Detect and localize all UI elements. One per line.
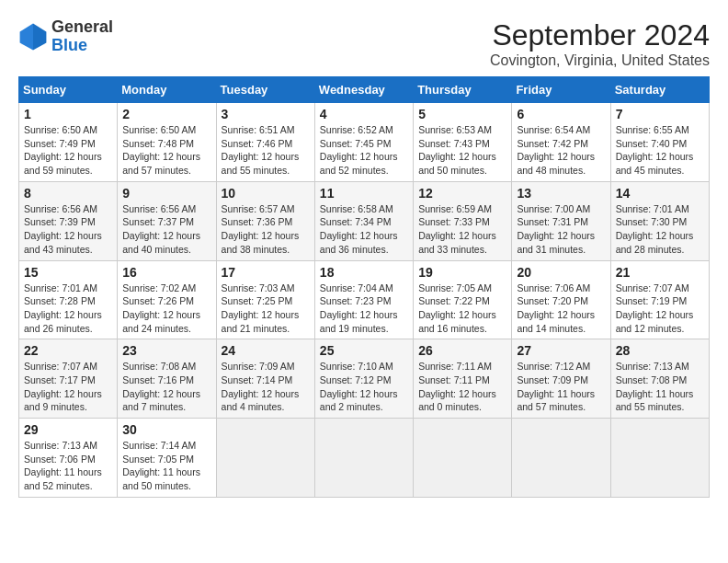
day-content: Sunrise: 6:57 AM Sunset: 7:36 PM Dayligh… [222,202,310,257]
day-number: 29 [24,422,112,437]
day-of-week-header: Friday [512,77,610,103]
day-content: Sunrise: 7:13 AM Sunset: 7:08 PM Dayligh… [616,360,704,414]
day-number: 1 [24,107,112,121]
calendar-cell [610,419,709,498]
day-content: Sunrise: 7:04 AM Sunset: 7:23 PM Dayligh… [320,282,408,336]
day-content: Sunrise: 6:56 AM Sunset: 7:37 PM Dayligh… [122,202,210,257]
day-content: Sunrise: 6:52 AM Sunset: 7:45 PM Dayligh… [320,123,408,178]
calendar-cell: 27Sunrise: 7:12 AM Sunset: 7:09 PM Dayli… [512,339,610,419]
logo: General Blue [18,18,113,55]
day-content: Sunrise: 6:51 AM Sunset: 7:46 PM Dayligh… [222,123,310,178]
day-number: 9 [122,186,210,201]
calendar-cell [512,419,610,498]
day-of-week-header: Monday [118,77,216,103]
calendar-cell: 1Sunrise: 6:50 AM Sunset: 7:49 PM Daylig… [19,103,118,182]
calendar-week-row: 15Sunrise: 7:01 AM Sunset: 7:28 PM Dayli… [19,260,710,339]
day-number: 19 [418,265,506,280]
day-number: 11 [320,186,408,201]
day-of-week-header: Sunday [19,77,118,103]
day-content: Sunrise: 7:00 AM Sunset: 7:31 PM Dayligh… [517,202,605,257]
day-number: 26 [418,343,506,358]
day-content: Sunrise: 6:58 AM Sunset: 7:34 PM Dayligh… [320,202,408,257]
day-number: 20 [517,265,605,280]
calendar-cell: 5Sunrise: 6:53 AM Sunset: 7:43 PM Daylig… [414,103,512,182]
calendar-cell: 10Sunrise: 6:57 AM Sunset: 7:36 PM Dayli… [216,181,314,260]
day-content: Sunrise: 7:08 AM Sunset: 7:16 PM Dayligh… [122,360,210,414]
day-number: 12 [418,186,506,201]
calendar-cell: 14Sunrise: 7:01 AM Sunset: 7:30 PM Dayli… [610,181,709,260]
day-of-week-header: Tuesday [216,77,314,103]
calendar-cell: 28Sunrise: 7:13 AM Sunset: 7:08 PM Dayli… [610,339,709,419]
calendar-cell: 7Sunrise: 6:55 AM Sunset: 7:40 PM Daylig… [610,103,709,182]
logo-text: General Blue [51,18,113,55]
calendar-cell: 26Sunrise: 7:11 AM Sunset: 7:11 PM Dayli… [414,339,512,419]
day-number: 23 [122,343,210,358]
day-content: Sunrise: 7:14 AM Sunset: 7:05 PM Dayligh… [122,439,210,493]
day-content: Sunrise: 7:10 AM Sunset: 7:12 PM Dayligh… [320,360,408,414]
day-content: Sunrise: 7:03 AM Sunset: 7:25 PM Dayligh… [222,282,310,336]
day-of-week-header: Wednesday [314,77,413,103]
calendar-cell: 23Sunrise: 7:08 AM Sunset: 7:16 PM Dayli… [118,339,216,419]
calendar-cell: 29Sunrise: 7:13 AM Sunset: 7:06 PM Dayli… [19,419,118,498]
calendar-cell: 22Sunrise: 7:07 AM Sunset: 7:17 PM Dayli… [19,339,118,419]
day-content: Sunrise: 6:56 AM Sunset: 7:39 PM Dayligh… [24,202,112,257]
page-subtitle: Covington, Virginia, United States [490,52,710,69]
calendar-cell: 30Sunrise: 7:14 AM Sunset: 7:05 PM Dayli… [118,419,216,498]
calendar-cell: 18Sunrise: 7:04 AM Sunset: 7:23 PM Dayli… [314,260,413,339]
calendar-cell: 4Sunrise: 6:52 AM Sunset: 7:45 PM Daylig… [314,103,413,182]
calendar-cell [314,419,413,498]
page-header: General Blue September 2024 Covington, V… [18,18,710,69]
day-number: 18 [320,265,408,280]
day-content: Sunrise: 7:12 AM Sunset: 7:09 PM Dayligh… [517,360,605,414]
day-of-week-header: Thursday [414,77,512,103]
calendar-cell [216,419,314,498]
calendar-table: SundayMondayTuesdayWednesdayThursdayFrid… [18,76,710,498]
calendar-week-row: 1Sunrise: 6:50 AM Sunset: 7:49 PM Daylig… [19,103,710,182]
day-number: 13 [517,186,605,201]
day-content: Sunrise: 7:09 AM Sunset: 7:14 PM Dayligh… [222,360,310,414]
day-number: 7 [616,107,704,121]
calendar-cell: 19Sunrise: 7:05 AM Sunset: 7:22 PM Dayli… [414,260,512,339]
title-block: September 2024 Covington, Virginia, Unit… [490,18,710,69]
day-content: Sunrise: 6:55 AM Sunset: 7:40 PM Dayligh… [616,123,704,178]
calendar-cell: 2Sunrise: 6:50 AM Sunset: 7:48 PM Daylig… [118,103,216,182]
day-number: 6 [517,107,605,121]
day-number: 2 [122,107,210,121]
day-content: Sunrise: 7:02 AM Sunset: 7:26 PM Dayligh… [122,282,210,336]
day-content: Sunrise: 7:07 AM Sunset: 7:17 PM Dayligh… [24,360,112,414]
day-content: Sunrise: 6:54 AM Sunset: 7:42 PM Dayligh… [517,123,605,178]
day-number: 8 [24,186,112,201]
day-content: Sunrise: 7:01 AM Sunset: 7:30 PM Dayligh… [616,202,704,257]
day-number: 22 [24,343,112,358]
calendar-cell: 11Sunrise: 6:58 AM Sunset: 7:34 PM Dayli… [314,181,413,260]
calendar-cell: 12Sunrise: 6:59 AM Sunset: 7:33 PM Dayli… [414,181,512,260]
day-number: 28 [616,343,704,358]
day-content: Sunrise: 6:53 AM Sunset: 7:43 PM Dayligh… [418,123,506,178]
calendar-cell: 6Sunrise: 6:54 AM Sunset: 7:42 PM Daylig… [512,103,610,182]
calendar-week-row: 8Sunrise: 6:56 AM Sunset: 7:39 PM Daylig… [19,181,710,260]
page-title: September 2024 [490,18,710,52]
calendar-cell: 21Sunrise: 7:07 AM Sunset: 7:19 PM Dayli… [610,260,709,339]
calendar-week-row: 29Sunrise: 7:13 AM Sunset: 7:06 PM Dayli… [19,419,710,498]
calendar-cell: 16Sunrise: 7:02 AM Sunset: 7:26 PM Dayli… [118,260,216,339]
day-content: Sunrise: 7:05 AM Sunset: 7:22 PM Dayligh… [418,282,506,336]
day-content: Sunrise: 7:06 AM Sunset: 7:20 PM Dayligh… [517,282,605,336]
day-number: 15 [24,265,112,280]
day-number: 5 [418,107,506,121]
calendar-week-row: 22Sunrise: 7:07 AM Sunset: 7:17 PM Dayli… [19,339,710,419]
calendar-cell: 17Sunrise: 7:03 AM Sunset: 7:25 PM Dayli… [216,260,314,339]
calendar-cell: 15Sunrise: 7:01 AM Sunset: 7:28 PM Dayli… [19,260,118,339]
calendar-cell: 24Sunrise: 7:09 AM Sunset: 7:14 PM Dayli… [216,339,314,419]
day-number: 30 [122,422,210,437]
calendar-cell: 9Sunrise: 6:56 AM Sunset: 7:37 PM Daylig… [118,181,216,260]
day-number: 24 [222,343,310,358]
calendar-cell: 20Sunrise: 7:06 AM Sunset: 7:20 PM Dayli… [512,260,610,339]
calendar-cell: 3Sunrise: 6:51 AM Sunset: 7:46 PM Daylig… [216,103,314,182]
calendar-header-row: SundayMondayTuesdayWednesdayThursdayFrid… [19,77,710,103]
day-number: 14 [616,186,704,201]
day-number: 16 [122,265,210,280]
day-content: Sunrise: 7:01 AM Sunset: 7:28 PM Dayligh… [24,282,112,336]
day-content: Sunrise: 6:59 AM Sunset: 7:33 PM Dayligh… [418,202,506,257]
day-number: 27 [517,343,605,358]
calendar-cell: 8Sunrise: 6:56 AM Sunset: 7:39 PM Daylig… [19,181,118,260]
